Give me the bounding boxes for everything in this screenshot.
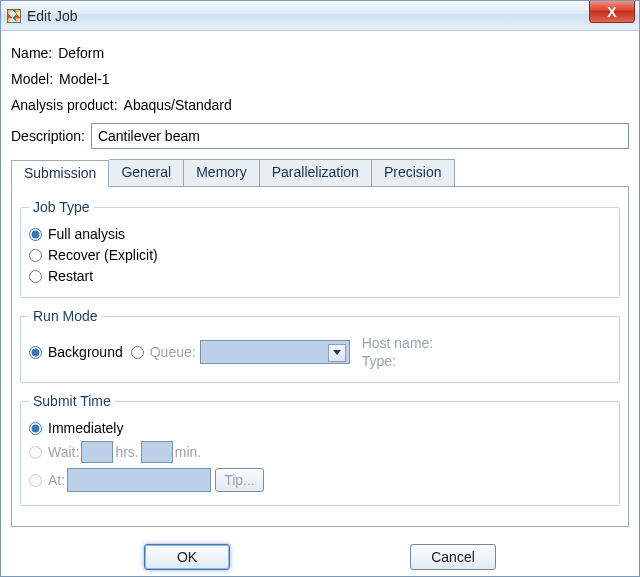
app-icon (7, 9, 21, 23)
job-type-legend: Job Type (29, 199, 94, 215)
run-mode-queue[interactable]: Queue: (131, 344, 196, 360)
job-type-recover[interactable]: Recover (Explicit) (29, 247, 611, 263)
close-button[interactable]: X (589, 1, 635, 23)
close-icon: X (607, 4, 616, 20)
cancel-button[interactable]: Cancel (410, 544, 496, 570)
name-row: Name: Deform (11, 45, 629, 61)
submit-at-input (67, 468, 211, 492)
wait-min-label: min. (175, 444, 201, 460)
dialog-content: Name: Deform Model: Model-1 Analysis pro… (1, 31, 639, 531)
run-mode-legend: Run Mode (29, 308, 102, 324)
submit-immediately-label: Immediately (48, 420, 123, 436)
job-type-full-label: Full analysis (48, 226, 125, 242)
product-value: Abaqus/Standard (124, 97, 232, 113)
description-row: Description: (11, 123, 629, 149)
titlebar[interactable]: Edit Job X (1, 1, 639, 31)
tab-memory[interactable]: Memory (184, 159, 260, 186)
host-type-block: Host name: Type: (362, 334, 434, 370)
job-type-restart-radio[interactable] (29, 270, 42, 283)
submit-wait-radio (29, 446, 42, 459)
submit-wait-row: Wait: hrs. min. (29, 441, 611, 463)
job-type-recover-radio[interactable] (29, 249, 42, 262)
submit-time-group: Submit Time Immediately Wait: hrs. min. … (20, 393, 620, 506)
tab-submission[interactable]: Submission (11, 160, 109, 187)
dialog-footer: OK Cancel (1, 544, 639, 570)
window-title: Edit Job (27, 8, 78, 24)
submit-at-row: At: Tip... (29, 468, 611, 492)
submit-at-radio (29, 474, 42, 487)
submit-immediately-radio[interactable] (29, 422, 42, 435)
wait-hours-input (81, 441, 113, 463)
name-label: Name: (11, 45, 52, 61)
description-input[interactable] (91, 123, 629, 149)
submit-immediately[interactable]: Immediately (29, 420, 611, 436)
job-type-full[interactable]: Full analysis (29, 226, 611, 242)
type-label: Type: (362, 352, 434, 370)
job-type-group: Job Type Full analysis Recover (Explicit… (20, 199, 620, 298)
job-type-restart[interactable]: Restart (29, 268, 611, 284)
product-row: Analysis product: Abaqus/Standard (11, 97, 629, 113)
name-value: Deform (58, 45, 104, 61)
run-mode-background-radio[interactable] (29, 346, 42, 359)
queue-select[interactable] (200, 340, 350, 364)
description-label: Description: (11, 128, 85, 144)
tab-general[interactable]: General (109, 159, 184, 186)
run-mode-queue-label: Queue: (150, 344, 196, 360)
job-type-recover-label: Recover (Explicit) (48, 247, 158, 263)
edit-job-dialog: Edit Job X Name: Deform Model: Model-1 A… (0, 0, 640, 577)
host-name-label: Host name: (362, 334, 434, 352)
ok-button[interactable]: OK (144, 544, 230, 570)
submit-time-legend: Submit Time (29, 393, 115, 409)
tip-button[interactable]: Tip... (215, 468, 264, 492)
model-label: Model: (11, 71, 53, 87)
run-mode-background-label: Background (48, 344, 123, 360)
run-mode-background[interactable]: Background (29, 344, 123, 360)
job-type-restart-label: Restart (48, 268, 93, 284)
product-label: Analysis product: (11, 97, 118, 113)
tab-precision[interactable]: Precision (372, 159, 455, 186)
model-value: Model-1 (59, 71, 110, 87)
run-mode-group: Run Mode Background Queue: Host name: (20, 308, 620, 383)
submit-at-label: At: (48, 472, 65, 488)
job-type-full-radio[interactable] (29, 228, 42, 241)
tab-bar: Submission General Memory Parallelizatio… (11, 159, 629, 187)
run-mode-queue-radio[interactable] (131, 346, 144, 359)
tab-parallelization[interactable]: Parallelization (260, 159, 372, 186)
queue-select-wrap[interactable] (200, 340, 350, 364)
submission-panel: Job Type Full analysis Recover (Explicit… (11, 187, 629, 527)
wait-hrs-label: hrs. (115, 444, 138, 460)
model-row: Model: Model-1 (11, 71, 629, 87)
submit-wait-label: Wait: (48, 444, 79, 460)
wait-min-input (141, 441, 173, 463)
